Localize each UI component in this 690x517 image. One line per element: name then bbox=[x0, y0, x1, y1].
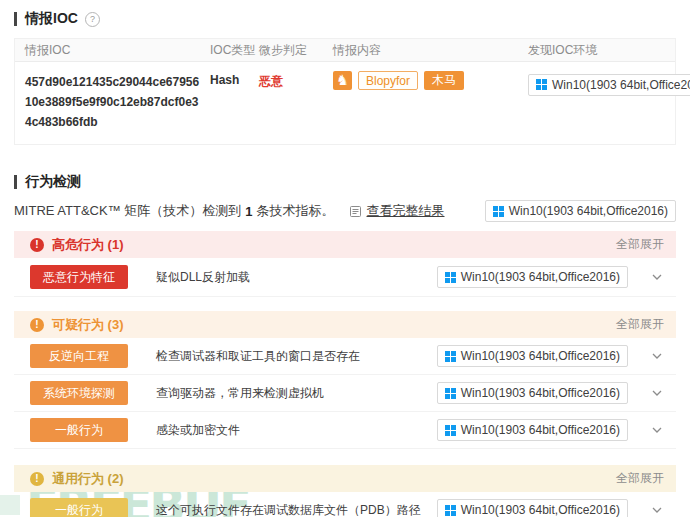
environment-badge: Win10(1903 64bit,Office2016) bbox=[485, 200, 676, 222]
environment-badge: Win10(1903 64bit,Office2016) bbox=[437, 499, 628, 517]
windows-logo-icon bbox=[445, 425, 456, 436]
chevron-down-icon[interactable] bbox=[650, 425, 664, 435]
expand-all-button[interactable]: 全部展开 bbox=[616, 316, 664, 333]
view-full-results-link[interactable]: 查看完整结果 bbox=[367, 202, 445, 220]
ioc-table-header: 情报IOC IOC类型 微步判定 情报内容 发现IOC环境 bbox=[15, 39, 675, 62]
col-header-content: 情报内容 bbox=[333, 42, 528, 59]
windows-logo-icon bbox=[493, 206, 504, 217]
alert-icon: ! bbox=[30, 318, 44, 332]
trojan-horse-icon: ♞ bbox=[333, 71, 352, 90]
ioc-section-title: 情报IOC bbox=[25, 10, 78, 28]
environment-badge: Win10(1903 64bit,Office2016) bbox=[437, 345, 628, 367]
ioc-table: 情报IOC IOC类型 微步判定 情报内容 发现IOC环境 457d90e121… bbox=[14, 38, 676, 145]
behavior-row: 恶意行为特征 疑似DLL反射加载 Win10(1903 64bit,Office… bbox=[14, 258, 676, 297]
verdict-label: 恶意 bbox=[259, 74, 283, 88]
report-icon bbox=[349, 205, 362, 218]
mitre-summary-line: MITRE ATT&CK™ 矩阵（技术）检测到 1 条技术指标。 查看完整结果 … bbox=[14, 200, 676, 222]
ioc-type-value: Hash bbox=[210, 73, 239, 87]
windows-logo-icon bbox=[536, 79, 547, 90]
section-title-bar bbox=[14, 175, 17, 189]
alert-icon: ! bbox=[30, 472, 44, 486]
behavior-row: 一般行为 这个可执行文件存在调试数据库文件（PDB）路径 Win10(1903 … bbox=[14, 492, 676, 517]
behavior-row: 反逆向工程 检查调试器和取证工具的窗口是否存在 Win10(1903 64bit… bbox=[14, 338, 676, 375]
general-group-banner: ! 通用行为 (2) 全部展开 bbox=[14, 465, 676, 492]
behavior-row: 一般行为 感染或加密文件 Win10(1903 64bit,Office2016… bbox=[14, 412, 676, 449]
behavior-section-title: 行为检测 bbox=[25, 173, 81, 191]
mitre-text-suffix: 条技术指标。 bbox=[257, 202, 335, 220]
environment-badge: Win10(1903 64bit,Office2016) bbox=[437, 266, 628, 288]
environment-badge: Win10(1903 64bit,Office2016) bbox=[437, 419, 628, 441]
expand-all-button[interactable]: 全部展开 bbox=[616, 236, 664, 253]
mitre-indicator-count: 1 bbox=[241, 204, 256, 219]
high-risk-group-title: 高危行为 (1) bbox=[52, 236, 124, 254]
behavior-tag: 恶意行为特征 bbox=[30, 265, 128, 289]
environment-label: Win10(1903 64bit,Office2016) bbox=[461, 270, 620, 284]
behavior-description: 查询驱动器，常用来检测虚拟机 bbox=[156, 385, 324, 402]
chevron-down-icon[interactable] bbox=[650, 351, 664, 361]
behavior-tag: 一般行为 bbox=[30, 418, 128, 442]
environment-badge: Win10(1903 64bit,Office2016) bbox=[437, 382, 628, 404]
mitre-text-prefix: MITRE ATT&CK™ 矩阵（技术）检测到 bbox=[14, 202, 241, 220]
windows-logo-icon bbox=[445, 272, 456, 283]
behavior-section-header: 行为检测 bbox=[14, 145, 676, 191]
col-header-ioc-type: IOC类型 bbox=[210, 42, 259, 59]
behavior-description: 检查调试器和取证工具的窗口是否存在 bbox=[156, 348, 360, 365]
environment-label: Win10(1903 64bit,Office2016) bbox=[552, 78, 690, 92]
col-header-env: 发现IOC环境 bbox=[528, 42, 675, 59]
intel-tags: ♞ Blopyfor 木马 bbox=[333, 71, 528, 90]
environment-label: Win10(1903 64bit,Office2016) bbox=[461, 386, 620, 400]
ioc-hash-value: 457d90e121435c29044ce6795610e3889f5e9f90… bbox=[25, 73, 205, 132]
expand-all-button[interactable]: 全部展开 bbox=[616, 470, 664, 487]
high-risk-group-banner: ! 高危行为 (1) 全部展开 bbox=[14, 231, 676, 258]
behavior-description: 这个可执行文件存在调试数据库文件（PDB）路径 bbox=[156, 502, 421, 517]
chevron-down-icon[interactable] bbox=[650, 505, 664, 515]
behavior-description: 疑似DLL反射加载 bbox=[156, 269, 250, 286]
windows-logo-icon bbox=[445, 388, 456, 399]
general-group-title: 通用行为 (2) bbox=[52, 470, 124, 488]
chevron-down-icon[interactable] bbox=[650, 272, 664, 282]
behavior-description: 感染或加密文件 bbox=[156, 422, 240, 439]
malware-category-tag: 木马 bbox=[424, 71, 464, 90]
threat-report-page: FREEBUF 情报IOC ? 情报IOC IOC类型 微步判定 情报内容 发现… bbox=[0, 0, 690, 517]
malware-family-tag[interactable]: Blopyfor bbox=[358, 71, 418, 90]
windows-logo-icon bbox=[445, 505, 456, 516]
behavior-tag: 一般行为 bbox=[30, 498, 128, 517]
suspicious-group-title: 可疑行为 (3) bbox=[52, 316, 124, 334]
help-icon[interactable]: ? bbox=[85, 12, 100, 27]
behavior-tag: 系统环境探测 bbox=[30, 381, 128, 405]
windows-logo-icon bbox=[445, 351, 456, 362]
ioc-table-row: 457d90e121435c29044ce6795610e3889f5e9f90… bbox=[15, 62, 675, 144]
environment-badge: Win10(1903 64bit,Office2016) bbox=[528, 74, 690, 96]
environment-label: Win10(1903 64bit,Office2016) bbox=[461, 423, 620, 437]
alert-icon: ! bbox=[30, 238, 44, 252]
environment-label: Win10(1903 64bit,Office2016) bbox=[509, 204, 668, 218]
behavior-tag: 反逆向工程 bbox=[30, 344, 128, 368]
behavior-row: 系统环境探测 查询驱动器，常用来检测虚拟机 Win10(1903 64bit,O… bbox=[14, 375, 676, 412]
col-header-ioc: 情报IOC bbox=[25, 42, 210, 59]
chevron-down-icon[interactable] bbox=[650, 388, 664, 398]
col-header-verdict: 微步判定 bbox=[259, 42, 333, 59]
suspicious-group-banner: ! 可疑行为 (3) 全部展开 bbox=[14, 311, 676, 338]
section-title-bar bbox=[14, 12, 17, 26]
environment-label: Win10(1903 64bit,Office2016) bbox=[461, 349, 620, 363]
ioc-section-header: 情报IOC ? bbox=[14, 0, 676, 28]
environment-label: Win10(1903 64bit,Office2016) bbox=[461, 503, 620, 517]
